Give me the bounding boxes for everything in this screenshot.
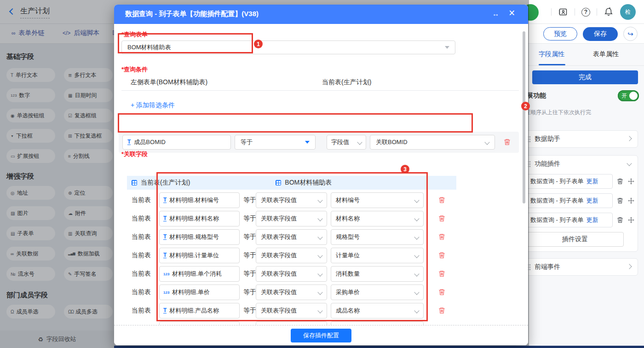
annotation-badge-1: 1 <box>254 40 263 48</box>
filter-condition-row: T 成品BOMID 等于 字段值 关联BOMID <box>119 132 519 153</box>
trash-icon[interactable] <box>438 251 446 259</box>
query-condition-label: *查询条件 <box>121 65 148 74</box>
plugin-item[interactable]: 数据查询 - 到子表单 更新 <box>526 174 613 189</box>
user-avatar[interactable]: 检 <box>620 4 636 20</box>
dialog-title: 数据查询 - 到子表单【功能插件配置】(V38) <box>125 10 259 18</box>
condition-operator-select[interactable]: 等于 <box>235 135 316 150</box>
share-button[interactable]: ↪ <box>623 27 638 41</box>
help-icon[interactable]: ? <box>581 8 590 17</box>
property-tabs: 字段属性 表单属性 <box>516 44 644 66</box>
trash-icon[interactable] <box>438 270 446 278</box>
annotation-box-1 <box>118 33 253 53</box>
condition-value-select[interactable]: 关联BOMID <box>370 135 495 150</box>
notification-bell-icon[interactable] <box>604 7 614 17</box>
trash-icon[interactable] <box>616 178 624 185</box>
preview-button[interactable]: 预览 <box>543 27 577 41</box>
active-tab-underline <box>539 64 565 65</box>
mapping-target-select[interactable]: 成品编号 <box>331 321 424 325</box>
trash-icon[interactable] <box>503 138 511 146</box>
divider <box>121 90 519 91</box>
mapping-row: 当前表 T材料明细.产品编号 等于 关联表字段值 成品编号 <box>127 321 456 325</box>
save-plugin-config-button[interactable]: 保存插件配置 <box>291 329 351 342</box>
chevron-down-icon <box>484 139 489 145</box>
trash-icon[interactable] <box>438 215 446 222</box>
execution-order-hint: 设置顺序从上往下依次执行完 <box>519 109 641 116</box>
plugin-item[interactable]: 数据查询 - 到子表单 更新 <box>526 193 613 208</box>
related-fields-label: *关联字段 <box>121 150 148 158</box>
update-link[interactable]: 更新 <box>586 177 598 186</box>
annotation-box-2 <box>118 113 473 133</box>
annotation-box-3 <box>156 172 428 321</box>
tab-field-properties[interactable]: 字段属性 <box>539 50 564 58</box>
chevron-down-icon <box>357 139 362 145</box>
chevron-down-icon <box>627 161 632 166</box>
move-icon[interactable] <box>627 178 635 185</box>
mapping-source-field[interactable]: T材料明细.产品编号 <box>159 321 240 325</box>
update-link[interactable]: 更新 <box>586 197 598 205</box>
add-filter-condition-link[interactable]: + 添加筛选条件 <box>131 101 175 110</box>
bottom-strip <box>114 346 644 348</box>
chevron-right-icon <box>627 136 632 141</box>
trash-icon[interactable] <box>616 216 624 224</box>
update-link[interactable]: 更新 <box>586 216 598 224</box>
condition-field-input[interactable]: T 成品BOMID <box>122 135 231 150</box>
dialog-titlebar: 数据查询 - 到子表单【功能插件配置】(V38) ↔ × <box>114 5 528 24</box>
modal-scrollbar[interactable] <box>523 31 525 203</box>
app-window: 生产计划 ? 检 ∞ 表单外链 </> 后端脚本 ▥ 预览 保存 ↪ 基础字 <box>0 0 644 348</box>
dropdown-arrow-icon <box>305 141 310 144</box>
move-icon[interactable] <box>627 197 635 204</box>
condition-value-type-select[interactable]: 字段值 <box>327 135 366 150</box>
plugin-item[interactable]: 数据查询 - 到子表单 更新 <box>526 213 613 227</box>
annotation-badge-2: 2 <box>521 102 530 110</box>
toolbar-actions: 预览 保存 ↪ <box>543 27 638 41</box>
topbar-icon-group: ? 检 <box>551 0 636 24</box>
plugin-card: 功能插件 数据查询 - 到子表单 更新 数据查询 - 到子表单 更新 数据查询 … <box>522 155 638 252</box>
current-table-header: 当前表(生产计划) <box>322 78 371 87</box>
toggle-knob <box>629 92 638 100</box>
contacts-icon[interactable] <box>558 7 568 17</box>
text-icon: T <box>127 139 131 145</box>
frontend-event-card[interactable]: 前端事件 <box>522 258 638 276</box>
done-button[interactable]: 完成 <box>532 70 638 84</box>
divider <box>551 8 552 16</box>
trash-icon[interactable] <box>438 288 446 296</box>
trash-icon[interactable] <box>438 196 446 204</box>
dropdown-arrow-icon <box>445 46 449 49</box>
divider <box>597 8 597 16</box>
trash-icon[interactable] <box>616 197 624 204</box>
divider <box>575 8 575 16</box>
dialog-footer: 保存插件配置 <box>114 325 528 345</box>
table-icon <box>132 180 137 186</box>
expand-icon[interactable]: ↔ <box>492 10 499 17</box>
save-button[interactable]: 保存 <box>583 27 618 41</box>
plugin-card-header[interactable]: 功能插件 <box>523 156 638 172</box>
mapping-value-type-select[interactable]: 关联表字段值 <box>256 321 327 325</box>
tab-form-properties[interactable]: 表单属性 <box>593 50 619 58</box>
property-panel: 字段属性 表单属性 完成 扩展功能 开 设置顺序从上往下依次执行完 数据助手 功… <box>515 44 644 348</box>
move-icon[interactable] <box>627 216 635 224</box>
extend-feature-toggle[interactable]: 开 <box>618 90 639 101</box>
annotation-badge-3: 3 <box>401 165 409 174</box>
trash-icon[interactable] <box>438 307 446 314</box>
data-helper-card[interactable]: 数据助手 <box>522 130 638 148</box>
left-form-header: 左侧表单(BOM材料辅助表) <box>131 78 207 87</box>
plugin-settings-button[interactable]: 插件设置 <box>526 232 624 247</box>
chevron-right-icon <box>627 264 632 269</box>
close-icon[interactable]: × <box>509 7 515 19</box>
trash-icon[interactable] <box>438 233 446 241</box>
